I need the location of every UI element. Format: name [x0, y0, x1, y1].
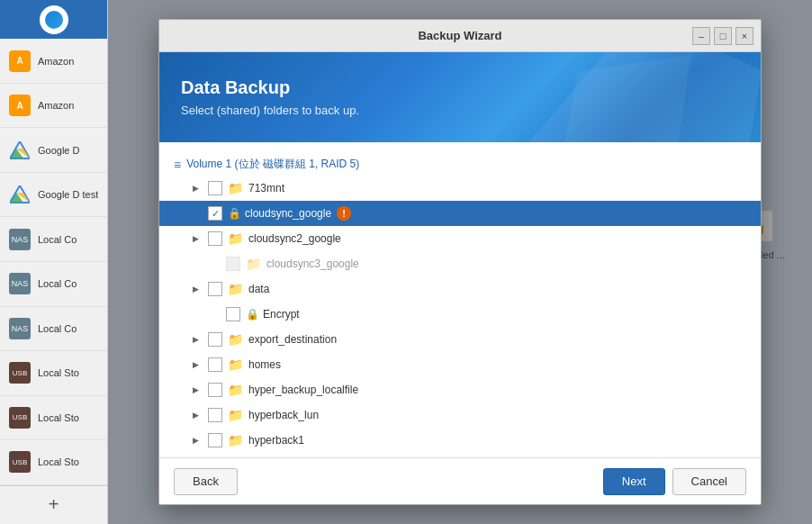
sidebar-item-amazon1[interactable]: A Amazon [0, 39, 107, 84]
sidebar-item-label10: Local Sto [38, 456, 79, 467]
sidebar-item-gdrive1[interactable]: Google D [0, 128, 107, 173]
lock-icon-encrypt: 🔒 [246, 308, 259, 321]
tree-item-hyperbackuplocalfile[interactable]: ▶ 📁 hyper_backup_localfile [159, 377, 761, 402]
maximize-button[interactable]: □ [714, 27, 732, 45]
app-logo [40, 5, 68, 34]
next-button[interactable]: Next [603, 468, 665, 495]
folder-icon-export: 📁 [228, 332, 243, 347]
expander-data[interactable]: ▶ [188, 282, 203, 296]
tree-item-hyperbacklun[interactable]: ▶ 📁 hyperback_lun [159, 402, 761, 428]
sidebar-item-label6: Local Co [38, 278, 77, 289]
expander-cloudsync2[interactable]: ▶ [188, 231, 203, 246]
minimize-button[interactable]: – [692, 27, 710, 45]
label-cloudsync-google: cloudsync_google [245, 207, 331, 220]
localstorage-icon1: USB [7, 360, 32, 385]
label-encrypt: Encrypt [263, 308, 300, 321]
tree-item-encrypt[interactable]: 🔒 Encrypt [159, 302, 761, 327]
expander-hblun[interactable]: ▶ [188, 408, 203, 422]
checkbox-encrypt[interactable] [226, 307, 240, 321]
sidebar-item-label3: Google D [38, 145, 79, 156]
amazon-icon2: A [7, 93, 32, 118]
sidebar-item-label9: Local Sto [38, 412, 79, 423]
sidebar-item-label2: Amazon [38, 100, 74, 111]
backup-wizard-dialog: Backup Wizard – □ × Data Backup Select (… [158, 19, 762, 505]
label-cloudsync2: cloudsync2_google [248, 232, 341, 245]
sidebar-header [0, 0, 107, 39]
label-hbl: hyper_backup_localfile [248, 384, 358, 396]
folder-icon-cloudsync3: 📁 [246, 257, 261, 271]
checkbox-export[interactable] [208, 332, 222, 347]
main-area: 🔒 scheduled ... Backup Wizard – □ × Data… [108, 0, 812, 524]
tree-item-homes[interactable]: ▶ 📁 homes [159, 352, 761, 377]
sidebar: A Amazon A Amazon Google D [0, 0, 108, 524]
sidebar-item-label4: Google D test [38, 189, 98, 200]
modal-overlay: Backup Wizard – □ × Data Backup Select (… [108, 0, 812, 524]
sidebar-item-local3[interactable]: NAS Local Co [0, 307, 107, 352]
sidebar-item-gdrive2[interactable]: Google D test [0, 173, 107, 218]
dialog-titlebar: Backup Wizard – □ × [159, 20, 761, 52]
tree-item-cloudsync3: 📁 cloudsync3_google [159, 251, 761, 276]
expander-export[interactable]: ▶ [188, 332, 203, 347]
sidebar-item-localsto3[interactable]: USB Local Sto [0, 440, 107, 485]
dialog-footer: Back Next Cancel [159, 457, 761, 504]
sidebar-item-label: Amazon [38, 56, 74, 67]
localstorage-icon3: USB [7, 449, 32, 474]
local-icon2: NAS [7, 271, 32, 296]
checkbox-hblun[interactable] [208, 408, 222, 422]
volume-label: Volume 1 (位於 磁碟群組 1, RAID 5) [186, 157, 359, 172]
back-button[interactable]: Back [174, 468, 238, 495]
amazon-icon: A [7, 49, 32, 74]
dialog-header: Data Backup Select (shared) folders to b… [159, 52, 761, 142]
expander-hb1[interactable]: ▶ [188, 433, 203, 447]
tree-item-hyperback1[interactable]: ▶ 📁 hyperback1 [159, 428, 761, 453]
gdrive-icon1 [7, 138, 32, 163]
label-homes: homes [248, 358, 281, 371]
sidebar-item-localsto1[interactable]: USB Local Sto [0, 351, 107, 396]
tree-item-cloudsync-google[interactable]: ▶ ✓ 🔒 cloudsync_google ! [159, 201, 761, 226]
folder-icon-hblun: 📁 [228, 408, 243, 422]
sidebar-item-local2[interactable]: NAS Local Co [0, 262, 107, 307]
checkbox-cloudsync[interactable]: ✓ [208, 206, 222, 221]
local-icon1: NAS [7, 227, 32, 252]
dialog-body: ≡ Volume 1 (位於 磁碟群組 1, RAID 5) ▶ 📁 713mn… [159, 142, 761, 457]
close-button[interactable]: × [735, 27, 753, 45]
folder-icon-hbl: 📁 [228, 383, 243, 397]
sidebar-item-amazon2[interactable]: A Amazon [0, 84, 107, 129]
tree-root-volume[interactable]: ≡ Volume 1 (位於 磁碟群組 1, RAID 5) [159, 153, 761, 176]
label-data: data [248, 283, 269, 295]
sidebar-item-local1[interactable]: NAS Local Co [0, 217, 107, 262]
expander-hbl[interactable]: ▶ [188, 383, 203, 397]
folder-icon-hb1: 📁 [228, 433, 243, 447]
gdrive-icon2 [7, 182, 32, 207]
expander-713mnt[interactable]: ▶ [188, 181, 203, 195]
localstorage-icon2: USB [7, 405, 32, 430]
checkbox-hb1[interactable] [208, 433, 222, 447]
checkbox-hbl[interactable] [208, 383, 222, 397]
checkbox-cloudsync3 [226, 257, 240, 271]
checkbox-data[interactable] [208, 282, 222, 296]
tree-item-713mnt[interactable]: ▶ 📁 713mnt [159, 176, 761, 201]
tree-item-export[interactable]: ▶ 📁 export_destination [159, 327, 761, 352]
folder-icon-data: 📁 [228, 282, 243, 296]
folder-icon-cloudsync2: 📁 [228, 231, 243, 246]
local-icon3: NAS [7, 316, 32, 341]
label-hblun: hyperback_lun [248, 409, 319, 421]
checkbox-homes[interactable] [208, 357, 222, 372]
header-title: Data Backup [181, 77, 739, 98]
folder-tree[interactable]: ≡ Volume 1 (位於 磁碟群組 1, RAID 5) ▶ 📁 713mn… [159, 142, 761, 457]
sidebar-item-localsto2[interactable]: USB Local Sto [0, 396, 107, 441]
cancel-button[interactable]: Cancel [672, 468, 746, 495]
label-713mnt: 713mnt [248, 182, 284, 194]
folder-icon-homes: 📁 [228, 357, 243, 372]
tree-item-cloudsync2[interactable]: ▶ 📁 cloudsync2_google [159, 226, 761, 251]
checkbox-cloudsync2[interactable] [208, 231, 222, 246]
volume-icon: ≡ [174, 158, 181, 172]
folder-icon-713mnt: 📁 [228, 181, 243, 195]
checkbox-713mnt[interactable] [208, 181, 222, 195]
expander-homes[interactable]: ▶ [188, 357, 203, 372]
tree-item-data[interactable]: ▶ 📁 data [159, 276, 761, 302]
sidebar-item-label5: Local Co [38, 234, 77, 245]
label-export: export_destination [248, 333, 337, 346]
desktop: A Amazon A Amazon Google D [0, 0, 812, 524]
add-button[interactable]: + [0, 485, 107, 524]
